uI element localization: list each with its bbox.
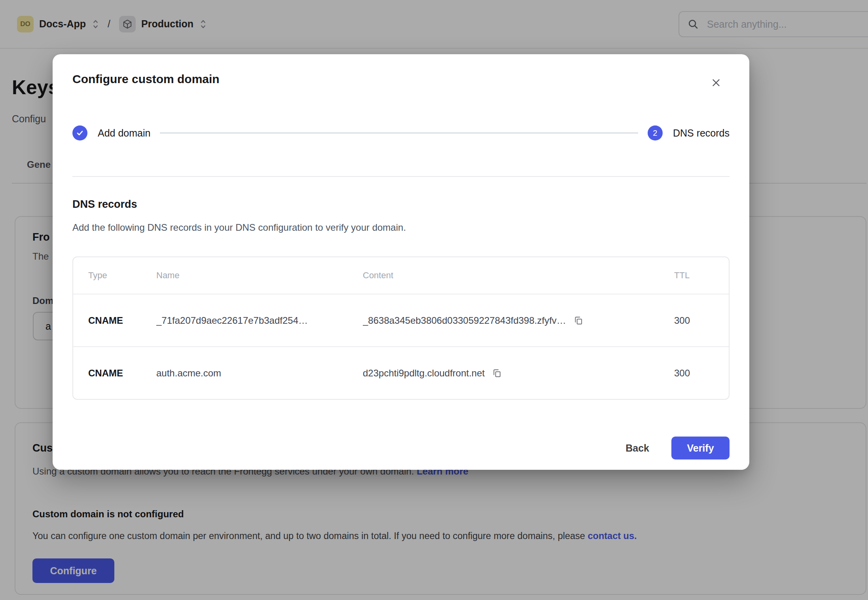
- stepper: Add domain 2 DNS records: [72, 125, 730, 141]
- dns-records-table: Type Name Content TTL CNAME _71fa207d9ae…: [72, 256, 730, 400]
- dns-records-description: Add the following DNS records in your DN…: [72, 221, 730, 234]
- copy-button[interactable]: [492, 368, 502, 378]
- modal-title: Configure custom domain: [72, 54, 730, 87]
- record-name: _71fa207d9aec22617e7b3adf254…: [156, 315, 363, 326]
- header-ttl: TTL: [674, 270, 714, 281]
- table-header-row: Type Name Content TTL: [73, 257, 729, 294]
- close-button[interactable]: [708, 75, 724, 91]
- step-number-circle: 2: [648, 125, 663, 141]
- table-row: CNAME _71fa207d9aec22617e7b3adf254… _863…: [73, 294, 729, 347]
- copy-button[interactable]: [573, 315, 584, 326]
- record-name: auth.acme.com: [156, 368, 363, 379]
- close-icon: [710, 77, 722, 89]
- record-content: _8638a345eb3806d033059227843fd398.zfyfv…: [363, 315, 566, 326]
- step-label: DNS records: [673, 127, 730, 139]
- record-content: d23pchti9pdltg.cloudfront.net: [363, 368, 485, 379]
- back-button[interactable]: Back: [625, 442, 649, 454]
- step-dns-records: 2 DNS records: [648, 125, 730, 141]
- copy-icon: [492, 368, 502, 378]
- step-complete-circle: [72, 125, 87, 141]
- record-type: CNAME: [88, 315, 156, 326]
- modal-divider: [72, 176, 730, 177]
- record-ttl: 300: [674, 315, 714, 326]
- record-type: CNAME: [88, 368, 156, 379]
- step-label: Add domain: [98, 127, 150, 139]
- dns-records-heading: DNS records: [72, 197, 730, 211]
- step-add-domain: Add domain: [72, 125, 150, 141]
- stepper-connector: [160, 133, 638, 133]
- verify-button[interactable]: Verify: [671, 437, 730, 459]
- configure-custom-domain-modal: Configure custom domain Add domain 2 DNS…: [53, 54, 749, 470]
- copy-icon: [573, 315, 584, 326]
- modal-footer: Back Verify: [72, 437, 730, 459]
- header-name: Name: [156, 270, 363, 281]
- header-type: Type: [88, 270, 156, 281]
- check-icon: [76, 129, 84, 137]
- record-ttl: 300: [674, 368, 714, 379]
- header-content: Content: [363, 270, 674, 281]
- table-row: CNAME auth.acme.com d23pchti9pdltg.cloud…: [73, 347, 729, 399]
